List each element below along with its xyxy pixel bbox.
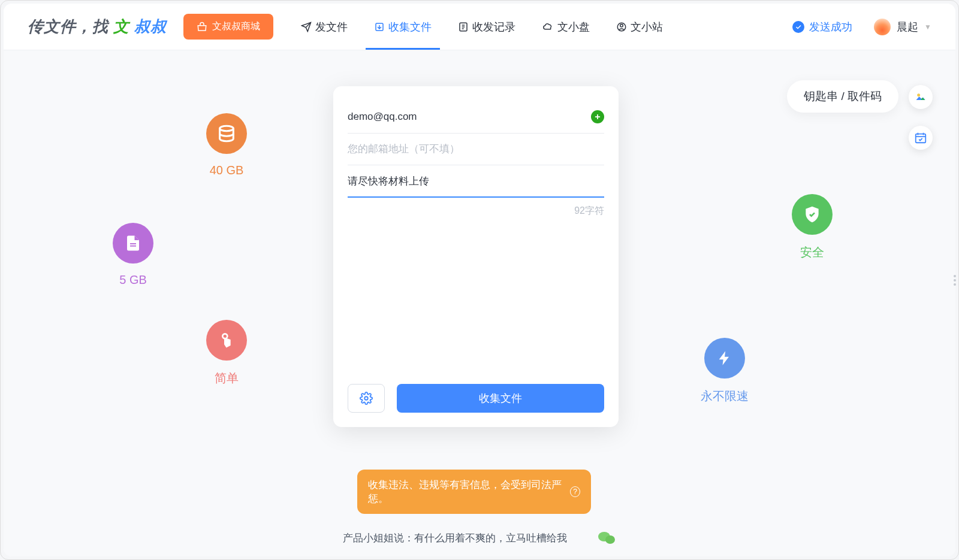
svg-point-9 <box>917 93 920 96</box>
feature-speed: 永不限速 <box>701 338 749 404</box>
picture-icon <box>913 91 928 103</box>
footer-feedback: 产品小姐姐说：有什么用着不爽的，立马吐槽给我 <box>4 530 955 546</box>
add-recipient-button[interactable] <box>591 110 604 123</box>
svg-rect-10 <box>916 134 926 143</box>
calendar-icon <box>914 131 927 144</box>
site-logo[interactable]: 传文件，找 文 叔叔 <box>28 16 167 37</box>
char-count-label: 92字符 <box>348 198 604 217</box>
nav-cloud-disk[interactable]: 文小盘 <box>529 4 603 50</box>
collect-submit-button[interactable]: 收集文件 <box>397 384 604 413</box>
cloud-icon <box>542 22 554 32</box>
svg-point-3 <box>620 24 623 27</box>
message-input[interactable] <box>348 175 604 187</box>
shop-icon <box>197 22 207 32</box>
user-name-label: 晨起 <box>897 20 918 34</box>
file-icon <box>113 223 153 264</box>
nav-send-file[interactable]: 发文件 <box>288 4 361 50</box>
recipient-row <box>348 101 604 134</box>
storage-icon <box>206 113 247 154</box>
nav-label: 文小盘 <box>557 20 590 34</box>
help-icon[interactable]: ? <box>570 486 580 497</box>
nav-collect-file[interactable]: 收集文件 <box>361 4 445 50</box>
feature-label: 永不限速 <box>701 388 749 404</box>
check-icon <box>792 21 804 33</box>
warning-text: 收集违法、违规等有害信息，会受到司法严惩。 <box>368 478 566 505</box>
footer-text-label: 产品小姐姐说：有什么用着不爽的，立马吐槽给我 <box>343 531 567 545</box>
send-icon <box>301 22 312 32</box>
feature-label: 安全 <box>800 244 824 261</box>
svg-rect-6 <box>130 246 136 247</box>
feature-safe: 安全 <box>792 194 833 261</box>
send-status[interactable]: 发送成功 <box>792 20 852 34</box>
settings-button[interactable] <box>348 384 385 413</box>
shield-icon <box>792 194 833 235</box>
feature-label: 40 GB <box>210 164 244 177</box>
tap-icon <box>206 320 247 361</box>
warning-banner: 收集违法、违规等有害信息，会受到司法严惩。 ? <box>357 470 591 514</box>
shop-button[interactable]: 文叔叔商城 <box>183 14 273 40</box>
status-label: 发送成功 <box>809 20 852 34</box>
side-toolbar <box>909 85 933 150</box>
main-nav: 发文件 收集文件 收发记录 文小盘 文小站 <box>288 4 676 50</box>
plus-icon <box>593 113 602 121</box>
keycode-button[interactable]: 钥匙串 / 取件码 <box>787 80 898 113</box>
history-icon <box>458 22 469 32</box>
calendar-tool-button[interactable] <box>909 126 933 150</box>
nav-station[interactable]: 文小站 <box>603 4 676 50</box>
lightning-icon <box>704 338 745 379</box>
main-content: 40 GB 5 GB 简单 安全 永不限速 <box>4 50 955 556</box>
nav-label: 文小站 <box>631 20 663 34</box>
svg-rect-5 <box>130 243 136 244</box>
logo-text-3: 叔叔 <box>134 17 167 35</box>
user-menu[interactable]: 晨起 ▼ <box>874 19 931 35</box>
station-icon <box>616 22 627 32</box>
image-tool-button[interactable] <box>909 85 933 109</box>
svg-point-4 <box>220 126 234 131</box>
feature-label: 简单 <box>215 370 239 386</box>
card-footer: 收集文件 <box>348 373 604 413</box>
nav-label: 发文件 <box>315 20 348 34</box>
feature-5gb: 5 GB <box>113 223 153 287</box>
svg-point-8 <box>364 396 368 400</box>
collect-icon <box>374 22 385 32</box>
feature-simple: 简单 <box>206 320 247 386</box>
window-overflow-menu[interactable] <box>954 275 956 286</box>
sender-row <box>348 134 604 165</box>
wechat-icon[interactable] <box>598 531 616 545</box>
sender-email-input[interactable] <box>348 143 604 155</box>
nav-history[interactable]: 收发记录 <box>445 4 529 50</box>
nav-label: 收发记录 <box>472 20 515 34</box>
collect-form-card: 92字符 收集文件 <box>333 86 619 427</box>
recipient-input[interactable] <box>348 111 591 123</box>
shop-button-label: 文叔叔商城 <box>212 20 260 33</box>
top-navigation-bar: 传文件，找 文 叔叔 文叔叔商城 发文件 收集文件 收发记录 文小盘 <box>4 4 955 50</box>
qq-icon[interactable] <box>575 530 590 546</box>
logo-text-1: 传文件，找 <box>28 17 108 35</box>
chevron-down-icon: ▼ <box>924 23 931 31</box>
nav-label: 收集文件 <box>388 20 432 34</box>
gear-icon <box>360 392 373 405</box>
feature-40gb: 40 GB <box>206 113 247 177</box>
avatar <box>874 19 891 35</box>
logo-text-2: 文 <box>113 17 129 35</box>
keycode-label: 钥匙串 / 取件码 <box>804 90 882 102</box>
message-row <box>348 165 604 198</box>
feature-label: 5 GB <box>119 273 147 287</box>
